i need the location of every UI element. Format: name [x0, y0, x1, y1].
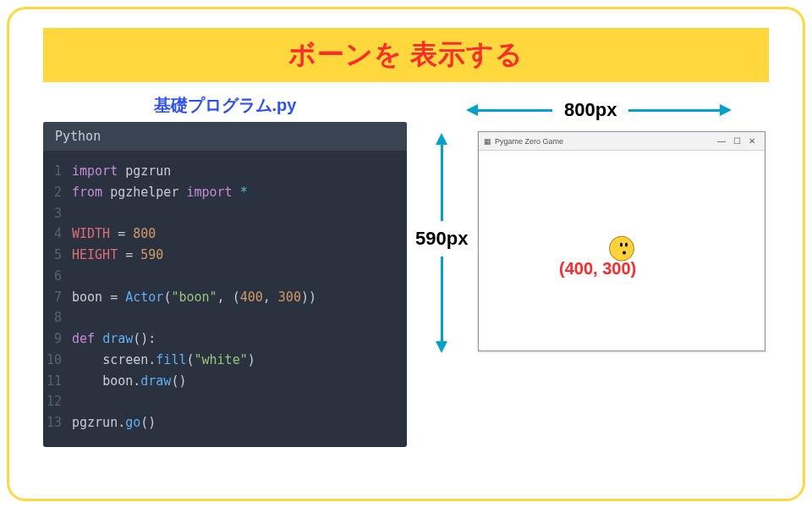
window-title: Pygame Zero Game [495, 137, 563, 146]
code-line: 5HEIGHT = 590 [43, 245, 407, 266]
line-content: from pgzhelper import * [72, 182, 248, 203]
code-line: 9def draw(): [43, 329, 407, 350]
arrow-down-icon [436, 341, 447, 353]
height-dimension: 590px [415, 133, 468, 370]
line-number: 12 [43, 391, 72, 412]
code-line: 6 [43, 266, 407, 287]
line-number: 5 [43, 245, 72, 266]
line-content: screen.fill("white") [72, 350, 255, 371]
boon-sprite [609, 236, 634, 262]
filename-label: 基礎プログラム.py [43, 94, 407, 117]
code-editor: Python 1import pgzrun2from pgzhelper imp… [43, 122, 407, 447]
code-line: 13pgzrun.go() [43, 412, 407, 433]
editor-language-label: Python [43, 122, 407, 151]
code-line: 4WIDTH = 800 [43, 224, 407, 245]
width-dimension: 800px [466, 99, 769, 121]
minimize-icon: — [714, 136, 729, 146]
slide-card: ボーンを 表示する 基礎プログラム.py Python 1import pgzr… [7, 7, 805, 501]
arrow-right-icon [720, 104, 732, 116]
arrow-up-icon [436, 133, 447, 145]
right-column: 800px 590px ▦ Pygame Zero Game — ☐ ✕ [432, 94, 769, 96]
line-number: 3 [43, 203, 72, 224]
line-content: boon.draw() [72, 371, 186, 392]
dimension-line [628, 109, 721, 112]
line-number: 10 [43, 350, 72, 371]
line-number: 7 [43, 287, 72, 308]
line-number: 9 [43, 329, 72, 350]
line-number: 11 [43, 371, 72, 392]
code-line: 7boon = Actor("boon", (400, 300)) [43, 287, 407, 308]
dimension-line [441, 145, 443, 221]
window-logo-icon: ▦ [484, 137, 491, 146]
window-body [479, 151, 765, 351]
code-line: 12 [43, 391, 407, 412]
code-line: 11 boon.draw() [43, 371, 407, 392]
window-titlebar: ▦ Pygame Zero Game — ☐ ✕ [479, 132, 765, 151]
content-row: 基礎プログラム.py Python 1import pgzrun2from pg… [43, 94, 769, 447]
maximize-icon: ☐ [729, 136, 744, 146]
line-number: 6 [43, 266, 72, 287]
code-line: 8 [43, 307, 407, 329]
line-content: HEIGHT = 590 [72, 245, 163, 266]
coordinate-label: (400, 300) [559, 259, 636, 279]
line-number: 4 [43, 224, 72, 245]
dimension-line [441, 257, 443, 341]
code-block: 1import pgzrun2from pgzhelper import *34… [43, 151, 407, 447]
code-line: 10 screen.fill("white") [43, 350, 407, 371]
slide-title: ボーンを 表示する [288, 39, 524, 69]
line-number: 2 [43, 182, 72, 203]
line-number: 8 [43, 307, 72, 329]
width-label: 800px [552, 99, 628, 121]
code-line: 2from pgzhelper import * [43, 182, 407, 203]
code-line: 3 [43, 203, 407, 224]
title-banner: ボーンを 表示する [43, 28, 769, 82]
line-number: 13 [43, 412, 72, 433]
line-number: 1 [43, 161, 72, 182]
line-content: WIDTH = 800 [72, 224, 156, 245]
line-content: import pgzrun [72, 161, 171, 182]
left-column: 基礎プログラム.py Python 1import pgzrun2from pg… [43, 94, 407, 447]
code-line: 1import pgzrun [43, 161, 407, 182]
line-content: def draw(): [72, 329, 156, 350]
line-content: pgzrun.go() [72, 412, 156, 433]
dimension-line [476, 109, 552, 112]
preview-window: ▦ Pygame Zero Game — ☐ ✕ [478, 131, 765, 351]
height-label: 590px [415, 221, 468, 257]
line-content: boon = Actor("boon", (400, 300)) [72, 287, 316, 308]
close-icon: ✕ [744, 136, 760, 146]
